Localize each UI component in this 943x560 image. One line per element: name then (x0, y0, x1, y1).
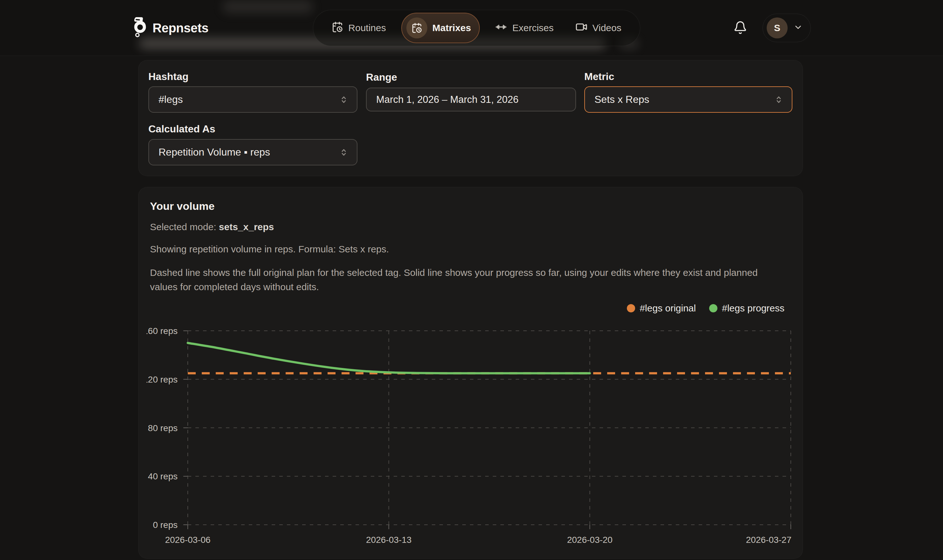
calculated-as-value: Repetition Volume ▪ reps (149, 146, 339, 158)
chevrons-up-down-icon (339, 147, 349, 158)
nav-label: Routines (348, 23, 386, 33)
chevrons-up-down-icon (774, 94, 784, 105)
y-tick-label: 120 reps (147, 375, 177, 385)
selected-mode-value: sets_x_reps (219, 222, 274, 232)
range-input[interactable]: March 1, 2026 – March 31, 2026 (366, 88, 576, 111)
metric-select[interactable]: Sets x Reps (584, 86, 792, 113)
brand[interactable]: Repnsets (132, 0, 208, 56)
x-tick-label: 2026-03-13 (366, 535, 411, 545)
calculated-as-label: Calculated As (148, 123, 215, 135)
nav-item-matrixes[interactable]: Matrixes (401, 13, 480, 43)
legend-dot-original (627, 304, 635, 312)
app-header: Repnsets Routines Matrixes (0, 0, 943, 56)
legend-item-progress: #legs progress (709, 303, 784, 314)
nav-item-routines[interactable]: Routines (325, 13, 392, 43)
x-tick-label: 2026-03-20 (567, 535, 613, 545)
legend-label: #legs progress (722, 303, 784, 314)
metric-value: Sets x Reps (585, 94, 774, 105)
header-actions: S (733, 0, 811, 56)
selected-mode-label: Selected mode: (150, 222, 219, 232)
y-tick-label: 40 reps (148, 471, 177, 481)
chart-description: Dashed line shows the full original plan… (150, 265, 779, 294)
y-tick-label: 0 reps (153, 520, 177, 530)
chart-legend: #legs original #legs progress (627, 303, 784, 314)
volume-chart: 0 reps40 reps80 reps120 reps160 reps2026… (147, 324, 801, 550)
avatar-initial: S (774, 23, 780, 33)
user-menu[interactable]: S (762, 14, 811, 42)
bell-icon (733, 21, 747, 35)
nav-label: Matrixes (432, 23, 471, 33)
whistle-logo-icon (132, 16, 147, 40)
y-tick-label: 80 reps (148, 423, 177, 433)
x-tick-label: 2026-03-27 (746, 535, 792, 545)
nav-item-exercises[interactable]: Exercises (489, 13, 560, 43)
y-tick-label: 160 reps (147, 326, 177, 336)
range-label: Range (366, 71, 397, 83)
legend-label: #legs original (640, 303, 696, 314)
x-tick-label: 2026-03-06 (165, 535, 210, 545)
volume-card: Your volume Selected mode: sets_x_reps S… (138, 187, 803, 559)
hashtag-value: #legs (149, 94, 339, 105)
calculated-as-select[interactable]: Repetition Volume ▪ reps (148, 139, 357, 165)
card-title: Your volume (150, 200, 215, 212)
calendar-clock-icon (332, 21, 343, 35)
hashtag-label: Hashtag (148, 71, 188, 83)
hashtag-select[interactable]: #legs (148, 86, 357, 113)
notifications-button[interactable] (733, 21, 747, 35)
calendar-clock-icon (406, 17, 428, 38)
range-value: March 1, 2026 – March 31, 2026 (367, 94, 576, 105)
main-nav: Routines Matrixes Exercises (313, 10, 640, 46)
blurred-page-content (222, 0, 313, 13)
avatar: S (767, 17, 788, 38)
nav-label: Exercises (512, 23, 554, 33)
chevron-down-icon (793, 23, 803, 33)
dumbbell-icon (495, 21, 507, 35)
legend-dot-progress (709, 304, 718, 312)
page-background: Repnsets Routines Matrixes (0, 0, 943, 560)
legend-item-original: #legs original (627, 303, 696, 314)
video-camera-icon (576, 21, 588, 35)
nav-item-videos[interactable]: Videos (569, 13, 628, 43)
selected-mode-line: Selected mode: sets_x_reps (150, 222, 274, 232)
formula-text: Showing repetition volume in reps. Formu… (150, 244, 389, 255)
metric-label: Metric (584, 71, 614, 83)
nav-label: Videos (593, 23, 622, 33)
app-title: Repnsets (153, 21, 208, 35)
filters-panel: Hashtag #legs Range March 1, 2026 – Marc… (138, 60, 803, 176)
chevrons-up-down-icon (339, 94, 349, 105)
